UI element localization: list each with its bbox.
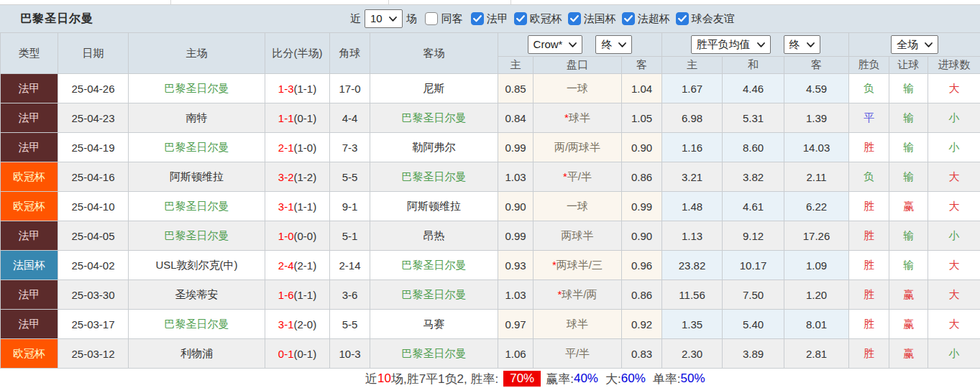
- same-venue-checkbox[interactable]: [425, 12, 438, 25]
- avg-home: 23.82: [662, 251, 723, 280]
- subcol-avg-draw: 和: [723, 57, 784, 74]
- fulltime-score: 3-1: [278, 200, 294, 213]
- match-date: 25-04-05: [58, 221, 129, 251]
- subcol-avg-away: 客: [784, 57, 849, 74]
- avg-source-select[interactable]: 胜平负均值: [691, 35, 771, 55]
- single-rate-label: 单率:: [653, 371, 681, 387]
- avg-state-select[interactable]: 终: [784, 35, 820, 55]
- score-cell: 3-1(1-1): [265, 192, 330, 221]
- odds-home: 0.99: [498, 133, 533, 162]
- avg-home: 1.13: [662, 221, 723, 251]
- score-cell: 1-6(1-1): [265, 280, 330, 310]
- result-badge: 胜: [849, 133, 889, 162]
- table-row: 法甲 25-03-17 巴黎圣日尔曼 3-1(2-0) 5-5 马赛 0.97 …: [1, 310, 980, 339]
- handicap-line: 一球: [567, 200, 588, 212]
- competition-filter-list: 法甲欧冠杯法国杯法超杯球会友谊: [467, 12, 735, 26]
- halftime-score: (1-0): [294, 142, 317, 154]
- filter-checkbox[interactable]: [622, 12, 635, 25]
- scope-value: 全场: [897, 38, 918, 52]
- handicap-rate-label: 赢率:: [546, 371, 574, 387]
- scope-select[interactable]: 全场: [891, 35, 938, 55]
- result-badge: 胜: [849, 339, 889, 369]
- recent-count-select[interactable]: 10: [365, 9, 403, 29]
- home-team: 巴黎圣日尔曼: [129, 221, 265, 251]
- subcol-odds-away: 客: [622, 57, 662, 74]
- matches-label: 场: [406, 12, 417, 26]
- avg-draw: 4.61: [723, 192, 784, 221]
- summary-prefix: 近: [365, 371, 377, 387]
- single-rate-value: 50%: [680, 371, 705, 386]
- score-cell: 2-1(1-0): [265, 133, 330, 162]
- away-team: 巴黎圣日尔曼: [370, 280, 498, 310]
- away-team: 昂热: [370, 221, 498, 251]
- avg-draw: 7.50: [723, 280, 784, 310]
- filter-checkbox[interactable]: [676, 12, 689, 25]
- avg-away: 17.26: [784, 221, 849, 251]
- handicap-result-badge: 赢: [889, 280, 928, 310]
- filter-label: 球会友谊: [692, 12, 735, 26]
- competition-badge: 法甲: [1, 133, 58, 162]
- handicap-cell: 两/两球半: [533, 133, 622, 162]
- home-team: 阿斯顿维拉: [129, 162, 265, 192]
- score-cell: 3-1(2-0): [265, 310, 330, 339]
- fulltime-score: 2-1: [278, 142, 294, 154]
- result-badge: 胜: [849, 192, 889, 221]
- summary-record: 场,胜7平1负2, 胜率:: [391, 371, 498, 387]
- result-badge: 平: [849, 103, 889, 133]
- odds-source-value: Crow*: [533, 38, 563, 52]
- handicap-result-badge: 赢: [889, 310, 928, 339]
- match-date: 25-04-26: [58, 74, 129, 103]
- goals-rate-value: 60%: [621, 371, 646, 386]
- corners: 9-1: [330, 192, 370, 221]
- avg-away: 1.20: [784, 280, 849, 310]
- odds-home: 1.03: [498, 162, 533, 192]
- avg-away: 6.22: [784, 192, 849, 221]
- avg-away: 4.59: [784, 74, 849, 103]
- avg-state-value: 终: [789, 38, 800, 52]
- check-icon: [570, 15, 579, 22]
- check-icon: [516, 15, 525, 22]
- handicap-cell: *两球半/三: [533, 251, 622, 280]
- handicap-cell: 平/半: [533, 339, 622, 369]
- avg-home: 1.67: [662, 74, 723, 103]
- result-badge: 胜: [849, 221, 889, 251]
- avg-draw: 3.89: [723, 339, 784, 369]
- handicap-cell: *球半/两: [533, 280, 622, 310]
- same-venue-label: 同客: [441, 12, 463, 26]
- odds-source-select[interactable]: Crow*: [528, 35, 583, 55]
- score-cell: 3-2(1-2): [265, 162, 330, 192]
- score-cell: 0-1(0-1): [265, 339, 330, 369]
- home-team: 南特: [129, 103, 265, 133]
- filter-checkbox[interactable]: [471, 12, 484, 25]
- handicap-result-badge: 输: [889, 133, 928, 162]
- avg-draw: 8.60: [723, 133, 784, 162]
- goals-result-badge: 大: [928, 310, 980, 339]
- avg-away: 1.09: [784, 251, 849, 280]
- fulltime-score: 3-2: [278, 171, 294, 183]
- corners: 10-3: [330, 339, 370, 369]
- corners: 7-3: [330, 133, 370, 162]
- subcol-goals-result: 进球数: [928, 57, 980, 74]
- odds-state-select[interactable]: 终: [595, 35, 632, 55]
- chevron-down-icon: [807, 42, 815, 47]
- win-rate-badge: 70%: [503, 371, 541, 387]
- avg-draw: 10.17: [723, 251, 784, 280]
- competition-badge: 法甲: [1, 221, 58, 251]
- divider: [388, 0, 389, 4]
- fulltime-score: 1-6: [278, 289, 294, 301]
- match-date: 25-04-19: [58, 133, 129, 162]
- score-cell: 1-0(0-0): [265, 221, 330, 251]
- filter-checkbox[interactable]: [568, 12, 581, 25]
- toolbar: 巴黎圣日尔曼 近 10 场 同客 法甲欧冠杯法国杯法超杯球会友谊: [0, 5, 980, 32]
- corners: 4-4: [330, 103, 370, 133]
- handicap-line: 两球半: [562, 229, 594, 241]
- away-team: 巴黎圣日尔曼: [370, 339, 498, 369]
- odds-away: 0.90: [622, 221, 662, 251]
- filter-checkbox[interactable]: [514, 12, 527, 25]
- goals-result-badge: 小: [928, 221, 980, 251]
- halftime-score: (1-1): [294, 83, 317, 95]
- handicap-cell: 球半: [533, 310, 622, 339]
- odds-home: 1.06: [498, 339, 533, 369]
- avg-away: 2.11: [784, 162, 849, 192]
- odds-away: 0.92: [622, 310, 662, 339]
